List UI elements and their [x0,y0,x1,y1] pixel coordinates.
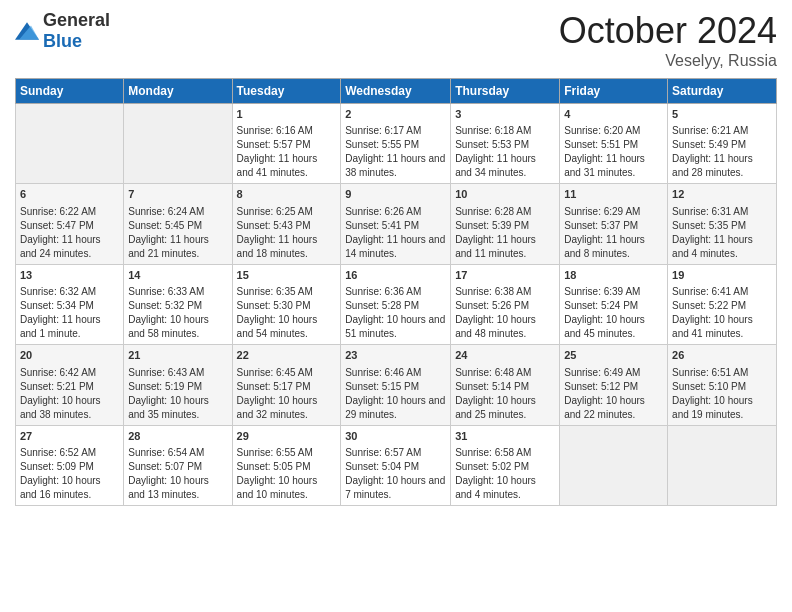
day-info: Sunset: 5:57 PM [237,138,337,152]
day-info: Daylight: 10 hours and 29 minutes. [345,394,446,422]
day-info: Daylight: 10 hours and 38 minutes. [20,394,119,422]
day-info: Daylight: 10 hours and 32 minutes. [237,394,337,422]
day-info: Sunset: 5:53 PM [455,138,555,152]
page: General Blue October 2024 Veselyy, Russi… [0,0,792,612]
day-info: Sunset: 5:07 PM [128,460,227,474]
day-number: 26 [672,348,772,363]
day-info: Sunrise: 6:31 AM [672,205,772,219]
day-info: Sunrise: 6:49 AM [564,366,663,380]
day-number: 17 [455,268,555,283]
table-cell: 25Sunrise: 6:49 AMSunset: 5:12 PMDayligh… [560,345,668,425]
calendar-table: Sunday Monday Tuesday Wednesday Thursday… [15,78,777,506]
day-info: Sunrise: 6:28 AM [455,205,555,219]
day-info: Sunset: 5:39 PM [455,219,555,233]
table-cell: 10Sunrise: 6:28 AMSunset: 5:39 PMDayligh… [451,184,560,264]
day-info: Sunrise: 6:58 AM [455,446,555,460]
logo-icon [15,22,39,40]
title-block: October 2024 Veselyy, Russia [559,10,777,70]
table-cell: 1Sunrise: 6:16 AMSunset: 5:57 PMDaylight… [232,104,341,184]
table-cell: 7Sunrise: 6:24 AMSunset: 5:45 PMDaylight… [124,184,232,264]
day-info: Sunrise: 6:54 AM [128,446,227,460]
table-cell: 5Sunrise: 6:21 AMSunset: 5:49 PMDaylight… [668,104,777,184]
day-info: Daylight: 11 hours and 41 minutes. [237,152,337,180]
table-cell: 14Sunrise: 6:33 AMSunset: 5:32 PMDayligh… [124,264,232,344]
table-cell: 11Sunrise: 6:29 AMSunset: 5:37 PMDayligh… [560,184,668,264]
day-info: Daylight: 10 hours and 58 minutes. [128,313,227,341]
table-cell: 28Sunrise: 6:54 AMSunset: 5:07 PMDayligh… [124,425,232,505]
day-info: Daylight: 11 hours and 18 minutes. [237,233,337,261]
day-info: Sunrise: 6:43 AM [128,366,227,380]
table-cell [124,104,232,184]
table-cell: 2Sunrise: 6:17 AMSunset: 5:55 PMDaylight… [341,104,451,184]
day-info: Sunset: 5:45 PM [128,219,227,233]
day-info: Sunset: 5:30 PM [237,299,337,313]
day-info: Sunset: 5:09 PM [20,460,119,474]
day-info: Sunrise: 6:32 AM [20,285,119,299]
day-info: Daylight: 11 hours and 14 minutes. [345,233,446,261]
calendar-header-row: Sunday Monday Tuesday Wednesday Thursday… [16,79,777,104]
day-info: Daylight: 10 hours and 19 minutes. [672,394,772,422]
day-info: Sunset: 5:49 PM [672,138,772,152]
day-info: Sunset: 5:26 PM [455,299,555,313]
day-number: 22 [237,348,337,363]
calendar-row-2: 6Sunrise: 6:22 AMSunset: 5:47 PMDaylight… [16,184,777,264]
day-number: 11 [564,187,663,202]
day-info: Daylight: 11 hours and 28 minutes. [672,152,772,180]
day-info: Sunset: 5:12 PM [564,380,663,394]
day-info: Daylight: 11 hours and 38 minutes. [345,152,446,180]
day-info: Sunset: 5:15 PM [345,380,446,394]
table-cell: 4Sunrise: 6:20 AMSunset: 5:51 PMDaylight… [560,104,668,184]
day-info: Daylight: 10 hours and 7 minutes. [345,474,446,502]
day-info: Daylight: 11 hours and 4 minutes. [672,233,772,261]
day-info: Sunrise: 6:36 AM [345,285,446,299]
day-number: 30 [345,429,446,444]
day-info: Daylight: 11 hours and 24 minutes. [20,233,119,261]
day-number: 8 [237,187,337,202]
day-info: Sunrise: 6:38 AM [455,285,555,299]
day-info: Daylight: 11 hours and 31 minutes. [564,152,663,180]
day-info: Sunset: 5:24 PM [564,299,663,313]
day-info: Sunrise: 6:52 AM [20,446,119,460]
day-number: 9 [345,187,446,202]
day-number: 29 [237,429,337,444]
day-number: 27 [20,429,119,444]
day-info: Sunset: 5:21 PM [20,380,119,394]
day-info: Sunrise: 6:17 AM [345,124,446,138]
calendar-row-1: 1Sunrise: 6:16 AMSunset: 5:57 PMDaylight… [16,104,777,184]
table-cell: 27Sunrise: 6:52 AMSunset: 5:09 PMDayligh… [16,425,124,505]
logo: General Blue [15,10,110,52]
day-info: Daylight: 11 hours and 21 minutes. [128,233,227,261]
day-info: Sunset: 5:14 PM [455,380,555,394]
day-info: Sunrise: 6:24 AM [128,205,227,219]
col-wednesday: Wednesday [341,79,451,104]
col-monday: Monday [124,79,232,104]
day-info: Sunrise: 6:35 AM [237,285,337,299]
day-number: 24 [455,348,555,363]
day-info: Sunrise: 6:18 AM [455,124,555,138]
day-number: 19 [672,268,772,283]
day-info: Daylight: 10 hours and 54 minutes. [237,313,337,341]
day-number: 12 [672,187,772,202]
day-info: Sunrise: 6:20 AM [564,124,663,138]
day-info: Sunset: 5:51 PM [564,138,663,152]
table-cell: 19Sunrise: 6:41 AMSunset: 5:22 PMDayligh… [668,264,777,344]
table-cell: 26Sunrise: 6:51 AMSunset: 5:10 PMDayligh… [668,345,777,425]
day-info: Sunrise: 6:46 AM [345,366,446,380]
day-info: Daylight: 10 hours and 4 minutes. [455,474,555,502]
day-info: Sunset: 5:04 PM [345,460,446,474]
day-number: 3 [455,107,555,122]
day-info: Sunset: 5:19 PM [128,380,227,394]
day-number: 14 [128,268,227,283]
col-thursday: Thursday [451,79,560,104]
table-cell: 21Sunrise: 6:43 AMSunset: 5:19 PMDayligh… [124,345,232,425]
calendar-row-5: 27Sunrise: 6:52 AMSunset: 5:09 PMDayligh… [16,425,777,505]
day-info: Sunrise: 6:55 AM [237,446,337,460]
day-number: 7 [128,187,227,202]
day-number: 6 [20,187,119,202]
table-cell: 13Sunrise: 6:32 AMSunset: 5:34 PMDayligh… [16,264,124,344]
day-info: Sunset: 5:22 PM [672,299,772,313]
table-cell: 18Sunrise: 6:39 AMSunset: 5:24 PMDayligh… [560,264,668,344]
day-info: Daylight: 10 hours and 48 minutes. [455,313,555,341]
day-info: Daylight: 10 hours and 45 minutes. [564,313,663,341]
col-sunday: Sunday [16,79,124,104]
